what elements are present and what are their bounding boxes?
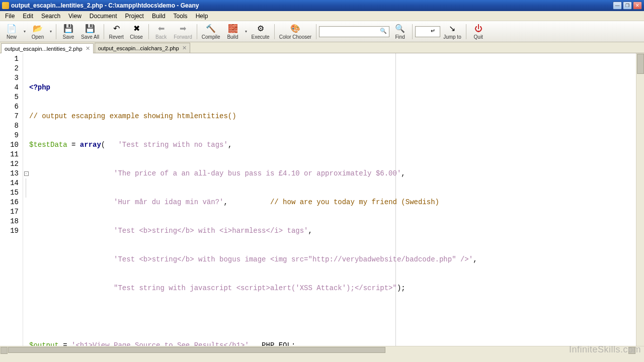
minimize-button[interactable]: — [613,2,622,10]
jumpto-button[interactable]: ↘ Jump to [441,22,463,41]
line-number-gutter: 1 2 3 4 5 6 7 8 9 10 11 12 13 14 15 16 1… [0,53,23,346]
menu-document[interactable]: Document [86,12,121,21]
forward-icon: ➡ [178,24,188,34]
editor: 1 2 3 4 5 6 7 8 9 10 11 12 13 14 15 16 1… [0,53,644,346]
tab-close-icon[interactable]: ✕ [86,45,90,52]
save-icon: 💾 [63,24,73,34]
fold-toggle[interactable]: - [24,171,29,176]
window-title: output_escapin...lentities_2.php - C:\xa… [11,2,613,9]
back-icon: ⬅ [156,24,166,34]
line-number: 6 [0,102,23,112]
fold-column: - [23,53,29,346]
line-number: 8 [0,121,23,131]
quit-button[interactable]: ⏻ Quit [469,22,488,41]
toolbar-separator [274,24,275,39]
line-number: 19 [0,226,23,236]
line-number: 3 [0,73,23,83]
line-number: 11 [0,150,23,159]
code-line: $testData = array( 'Test string with no … [29,140,636,150]
close-window-button[interactable]: ✕ [633,2,642,10]
toolbar-separator [104,24,104,39]
forward-button[interactable]: ➡ Forward [172,22,194,41]
scrollbar-thumb[interactable] [637,54,644,74]
toolbar-separator [197,24,197,39]
menu-help[interactable]: Help [192,12,212,21]
execute-button[interactable]: ⚙ Execute [250,22,272,41]
menu-build[interactable]: Build [148,12,170,21]
revert-icon: ↶ [111,24,121,34]
toolbar: 📄 New ▾ 📂 Open ▾ 💾 Save 💾 Save All ↶ Rev… [0,21,644,42]
document-tab[interactable]: output_escapin...cialchars_2.php ✕ [95,43,190,53]
toolbar-separator [466,24,466,39]
line-number: 15 [0,188,23,198]
document-tab-bar: output_escapin...lentities_2.php ✕ outpu… [0,42,644,53]
line-number: 2 [0,64,23,73]
line-number: 1 [0,54,23,64]
menu-project[interactable]: Project [121,12,148,21]
quit-icon: ⏻ [473,24,484,34]
tab-label: output_escapin...cialchars_2.php [98,45,179,51]
jumpto-icon: ↘ [447,24,457,34]
line-number: 7 [0,112,23,121]
menu-edit[interactable]: Edit [19,12,37,21]
menu-search[interactable]: Search [37,12,64,21]
save-button[interactable]: 💾 Save [59,22,78,41]
line-number: 9 [0,131,23,140]
jumpto-input-icon: ↵ [431,28,439,36]
build-button[interactable]: 🧱 Build [223,22,243,41]
title-bar: output_escapin...lentities_2.php - C:\xa… [0,0,644,11]
save-all-button[interactable]: 💾 Save All [79,22,101,41]
code-area[interactable]: <?php // output escaping example showing… [29,53,636,346]
app-icon [2,2,9,9]
find-input-icon: 🔍 [380,28,388,36]
new-button[interactable]: 📄 New [2,22,21,41]
revert-button[interactable]: ↶ Revert [107,22,126,41]
back-button[interactable]: ⬅ Back [151,22,171,41]
tab-close-icon[interactable]: ✕ [182,45,187,51]
code-line: <?php [29,83,636,93]
palette-icon: 🎨 [290,24,300,34]
line-number: 14 [0,178,23,188]
code-line: 'Test <b>string</b> with bogus image <im… [29,255,636,264]
color-chooser-button[interactable]: 🎨 Color Chooser [277,22,313,41]
close-icon: ✖ [131,24,141,34]
horizontal-scrollbar[interactable] [0,346,644,354]
save-all-icon: 💾 [85,24,95,34]
watermark: InfiniteSkills.com [569,344,641,355]
line-number: 10 [0,140,23,150]
toolbar-separator [316,24,316,39]
find-button[interactable]: 🔍 Find [390,22,410,41]
line-number: 5 [0,93,23,102]
new-dropdown[interactable]: ▾ [22,29,27,34]
menu-view[interactable]: View [64,12,86,21]
code-line: // output escaping example showing htmle… [29,112,636,121]
scrollbar-thumb[interactable] [8,347,385,353]
compile-button[interactable]: 🔨 Compile [200,22,222,41]
document-tab[interactable]: output_escapin...lentities_2.php ✕ [1,43,94,53]
menu-tools[interactable]: Tools [170,12,192,21]
line-number: 13 [0,169,23,178]
line-number: 4 [0,83,23,93]
maximize-button[interactable]: ❐ [623,2,632,10]
line-number: 18 [0,217,23,226]
build-dropdown[interactable]: ▾ [244,29,249,34]
toolbar-separator [148,24,149,39]
execute-icon: ⚙ [256,24,266,34]
code-line: 'Test <b>string</b> with <i>harmless</i>… [29,226,636,236]
toolbar-separator [56,24,56,39]
find-input[interactable] [319,26,389,37]
scroll-left-button[interactable] [1,347,8,354]
open-dropdown[interactable]: ▾ [48,29,53,34]
close-button[interactable]: ✖ Close [127,22,146,41]
menu-bar: File Edit Search View Document Project B… [0,11,644,21]
build-icon: 🧱 [228,24,238,34]
menu-file[interactable]: File [1,12,19,21]
open-button[interactable]: 📂 Open [28,22,47,41]
compile-icon: 🔨 [206,24,216,34]
code-line: 'The price of a an all-day bus pass is £… [29,169,636,178]
vertical-scrollbar[interactable] [636,53,644,346]
line-number: 17 [0,207,23,217]
search-icon: 🔍 [395,24,405,34]
code-line: "Test string with javascript <script>ale… [29,284,636,293]
new-file-icon: 📄 [7,24,17,34]
